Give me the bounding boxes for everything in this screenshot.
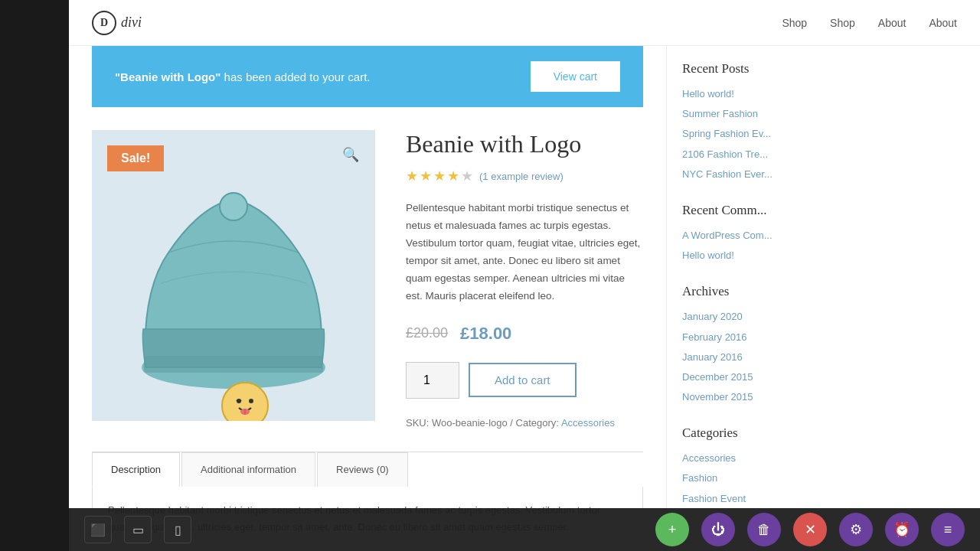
- add-icon: +: [668, 522, 677, 538]
- product-title: Beanie with Logo: [406, 130, 643, 158]
- svg-rect-2: [144, 356, 323, 373]
- add-button[interactable]: +: [655, 513, 689, 546]
- product-image-svg: [92, 130, 375, 421]
- add-to-cart-row: Add to cart: [406, 362, 643, 399]
- nav-shop-2[interactable]: Shop: [830, 17, 855, 29]
- category-accessories[interactable]: Accessories: [682, 452, 804, 465]
- gear-icon: ⚙: [850, 521, 862, 538]
- archive-jan-2016[interactable]: January 2016: [682, 350, 804, 364]
- desktop-icon: ⬛: [90, 523, 106, 537]
- sidebar-comment-2[interactable]: Hello world!: [682, 249, 804, 262]
- sku-value: Woo-beanie-logo: [432, 417, 508, 429]
- sidebar-post-5[interactable]: NYC Fashion Ever...: [682, 168, 804, 181]
- sidebar-post-1[interactable]: Hello world!: [682, 87, 804, 101]
- tab-header: Description Additional information Revie…: [92, 452, 643, 487]
- product-description: Pellentesque habitant morbi tristique se…: [406, 200, 643, 305]
- product-rating: ★ ★ ★ ★ ★ (1 example review): [406, 168, 643, 184]
- tab-reviews[interactable]: Reviews (0): [317, 452, 408, 487]
- sidebar-recent-posts: Recent Posts Hello world! Summer Fashion…: [682, 61, 804, 181]
- product-meta: SKU: Woo-beanie-logo / Category: Accesso…: [406, 417, 643, 429]
- sku-label: SKU:: [406, 417, 429, 429]
- sidebar-categories: Categories Accessories Fashion Fashion E…: [682, 425, 804, 506]
- cart-notification: "Beanie with Logo" has been added to you…: [92, 46, 643, 107]
- category-fashion-event[interactable]: Fashion Event: [682, 492, 804, 506]
- original-price: £20.00: [406, 325, 448, 341]
- settings-button[interactable]: ⚙: [839, 513, 873, 546]
- zoom-icon[interactable]: 🔍: [338, 142, 363, 167]
- power-icon: ⏻: [711, 522, 725, 538]
- desktop-icon-button[interactable]: ⬛: [84, 516, 112, 543]
- bottom-toolbar: ⬛ ▭ ▯ + ⏻ 🗑 ✕ ⚙ ⏰ ≡: [69, 508, 980, 551]
- sale-price: £18.00: [460, 324, 511, 344]
- quantity-input[interactable]: [406, 362, 459, 399]
- sidebar-recent-comments: Recent Comm... A WordPress Com... Hello …: [682, 203, 804, 262]
- star-5: ★: [461, 168, 473, 184]
- star-1: ★: [406, 168, 418, 184]
- product-price: £20.00 £18.00: [406, 324, 643, 344]
- nav-shop-1[interactable]: Shop: [782, 17, 807, 29]
- sidebar-comment-1[interactable]: A WordPress Com...: [682, 229, 804, 243]
- site-logo: D divi: [92, 11, 142, 35]
- nav-about-2[interactable]: About: [929, 17, 957, 29]
- sidebar-post-3[interactable]: Spring Fashion Ev...: [682, 127, 804, 141]
- star-2: ★: [420, 168, 432, 184]
- tab-description[interactable]: Description: [92, 452, 180, 487]
- svg-point-3: [220, 193, 247, 220]
- archive-jan-2020[interactable]: January 2020: [682, 310, 804, 324]
- rating-link[interactable]: (1 example review): [479, 171, 564, 182]
- page-wrapper: D divi Shop Shop About About "Beanie wit…: [69, 0, 980, 551]
- clock-icon: ⏰: [893, 521, 910, 538]
- sidebar-post-4[interactable]: 2106 Fashion Tre...: [682, 148, 804, 161]
- recent-posts-title: Recent Posts: [682, 61, 804, 77]
- sidebar: Recent Posts Hello world! Summer Fashion…: [666, 46, 819, 551]
- star-3: ★: [433, 168, 446, 184]
- logo-icon: D: [92, 11, 116, 35]
- categories-title: Categories: [682, 425, 804, 441]
- tab-additional-info[interactable]: Additional information: [181, 452, 315, 487]
- product-section: Sale! 🔍: [92, 130, 643, 429]
- mobile-icon: ▯: [175, 523, 181, 537]
- bars-icon: ≡: [944, 522, 952, 538]
- bars-button[interactable]: ≡: [931, 513, 965, 546]
- add-to-cart-button[interactable]: Add to cart: [469, 363, 577, 397]
- archive-nov-2015[interactable]: November 2015: [682, 390, 804, 404]
- star-4: ★: [447, 168, 459, 184]
- close-button[interactable]: ✕: [793, 513, 827, 546]
- mobile-icon-button[interactable]: ▯: [164, 516, 191, 543]
- sidebar-post-2[interactable]: Summer Fashion: [682, 107, 804, 121]
- cart-notification-text: "Beanie with Logo" has been added to you…: [115, 70, 371, 83]
- archives-title: Archives: [682, 284, 804, 299]
- archive-dec-2015[interactable]: December 2015: [682, 370, 804, 384]
- trash-button[interactable]: 🗑: [747, 513, 781, 546]
- tablet-icon-button[interactable]: ▭: [124, 516, 152, 543]
- category-label: Category:: [516, 417, 559, 429]
- time-button[interactable]: ⏰: [885, 513, 919, 546]
- site-header: D divi Shop Shop About About: [69, 0, 980, 46]
- trash-icon: 🗑: [757, 522, 771, 538]
- archive-feb-2016[interactable]: February 2016: [682, 331, 804, 344]
- recent-comments-title: Recent Comm...: [682, 203, 804, 218]
- power-button[interactable]: ⏻: [701, 513, 735, 546]
- tablet-icon: ▭: [132, 523, 144, 537]
- content-area: "Beanie with Logo" has been added to you…: [69, 46, 666, 551]
- category-fashion[interactable]: Fashion: [682, 471, 804, 485]
- star-rating: ★ ★ ★ ★ ★: [406, 168, 473, 184]
- product-image: Sale! 🔍: [92, 130, 375, 421]
- close-icon: ✕: [805, 521, 816, 538]
- logo-text: divi: [121, 15, 142, 31]
- nav-about-1[interactable]: About: [878, 17, 906, 29]
- sale-badge: Sale!: [107, 145, 164, 171]
- svg-point-5: [222, 383, 268, 421]
- svg-point-7: [249, 399, 253, 403]
- view-cart-button[interactable]: View cart: [531, 61, 620, 92]
- main-layout: "Beanie with Logo" has been added to you…: [69, 46, 980, 551]
- site-nav: Shop Shop About About: [782, 17, 957, 29]
- sidebar-archives: Archives January 2020 February 2016 Janu…: [682, 284, 804, 404]
- product-details: Beanie with Logo ★ ★ ★ ★ ★ (1 example re…: [406, 130, 643, 429]
- category-link[interactable]: Accessories: [561, 417, 615, 429]
